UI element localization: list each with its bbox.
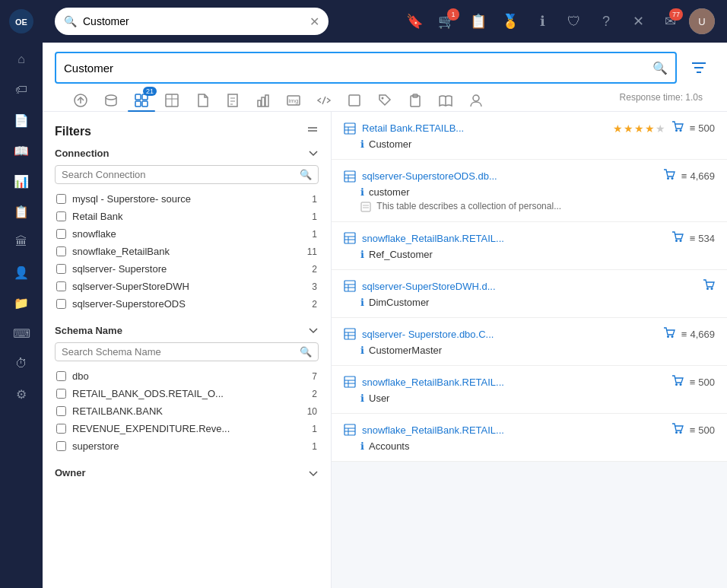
row-count-value-1: 500 bbox=[698, 122, 715, 134]
nav-settings[interactable]: ⚙ bbox=[6, 380, 37, 408]
row-count-value-2: 4,669 bbox=[690, 170, 715, 182]
result-name-7[interactable]: Accounts bbox=[369, 440, 409, 452]
svg-point-70 bbox=[675, 383, 678, 386]
result-connection-1[interactable]: Retail Bank.RETAILB... bbox=[362, 122, 607, 134]
result-name-3[interactable]: Ref_Customer bbox=[369, 249, 433, 260]
tab-image[interactable]: img bbox=[280, 90, 307, 111]
tab-barchart[interactable] bbox=[249, 90, 277, 111]
result-connection-6[interactable]: snowflake_RetailBank.RETAIL... bbox=[362, 377, 665, 388]
result-connection-4[interactable]: sqlserver-SuperStoreDWH.d... bbox=[362, 281, 697, 292]
result-name-4[interactable]: DimCustomer bbox=[369, 297, 429, 308]
tab-view-active[interactable]: 21 bbox=[128, 90, 155, 111]
main-search-input[interactable] bbox=[64, 62, 652, 75]
add-to-cart-button-4[interactable] bbox=[703, 279, 715, 294]
filters-panel: Filters Connection 🔍 bbox=[43, 112, 332, 588]
connection-checkbox-mysql[interactable] bbox=[56, 194, 66, 204]
schema-search-input[interactable] bbox=[62, 346, 300, 358]
schema-checkbox-superstore[interactable] bbox=[56, 441, 66, 451]
tab-report[interactable] bbox=[219, 90, 246, 111]
nav-tag[interactable]: 🏷 bbox=[6, 76, 37, 103]
nav-folder[interactable]: 📁 bbox=[6, 289, 37, 316]
connection-checkbox-sqlserver-superstore[interactable] bbox=[56, 264, 66, 274]
logo[interactable]: OE bbox=[6, 6, 37, 37]
nav-doc[interactable]: 📄 bbox=[6, 106, 37, 134]
tab-person[interactable] bbox=[462, 90, 490, 111]
tab-file[interactable] bbox=[189, 90, 216, 111]
tab-box[interactable] bbox=[341, 90, 368, 111]
svg-rect-54 bbox=[344, 281, 355, 291]
add-to-cart-button-2[interactable] bbox=[663, 169, 675, 183]
result-connection-3[interactable]: snowflake_RetailBank.RETAIL... bbox=[362, 233, 665, 244]
connection-search-input[interactable] bbox=[62, 169, 300, 180]
schema-checkbox-dbo[interactable] bbox=[56, 371, 66, 381]
connection-checkbox-sqlserver-superods[interactable] bbox=[56, 299, 66, 309]
close-x-icon[interactable]: ✕ bbox=[625, 8, 651, 34]
add-to-cart-button-7[interactable] bbox=[671, 423, 684, 437]
connection-section-title: Connection bbox=[55, 148, 110, 159]
result-name-6[interactable]: User bbox=[369, 393, 389, 404]
star-1-2: ★ bbox=[624, 122, 633, 135]
schema-section-header[interactable]: Schema Name bbox=[55, 325, 319, 336]
advanced-filter-button[interactable] bbox=[683, 52, 715, 84]
tab-code[interactable] bbox=[310, 90, 338, 111]
user-avatar[interactable]: U bbox=[689, 8, 715, 34]
schema-checkbox-retail-ods[interactable] bbox=[56, 389, 66, 399]
nav-building[interactable]: 🏛 bbox=[6, 228, 37, 256]
question-icon[interactable]: ? bbox=[593, 8, 619, 34]
nav-code[interactable]: ⌨ bbox=[6, 319, 37, 347]
connection-checkbox-sqlserver-superdwh[interactable] bbox=[56, 281, 66, 291]
mail-icon[interactable]: ✉ 77 bbox=[657, 8, 683, 34]
result-name-2[interactable]: customer bbox=[369, 186, 409, 198]
nav-user[interactable]: 👤 bbox=[6, 259, 37, 286]
shield-icon[interactable]: 🛡 bbox=[561, 8, 587, 34]
tab-all[interactable] bbox=[67, 90, 94, 111]
info-icon-6: ℹ bbox=[360, 393, 364, 404]
header-search-clear[interactable]: ✕ bbox=[310, 14, 319, 29]
schema-filter-retailbank-bank: RETAILBANK.BANK 10 bbox=[55, 402, 319, 420]
add-to-cart-button-1[interactable] bbox=[671, 121, 684, 135]
tab-clipboard[interactable] bbox=[402, 90, 429, 111]
result-name-5[interactable]: CustomerMaster bbox=[369, 345, 442, 356]
nav-chart[interactable]: 📊 bbox=[6, 167, 37, 195]
connection-count-retailbank: 1 bbox=[312, 211, 317, 222]
result-connection-2[interactable]: sqlserver-SuperstoreODS.db... bbox=[362, 170, 657, 182]
connection-count-snowflake: 1 bbox=[312, 229, 317, 240]
tab-database[interactable] bbox=[97, 90, 125, 111]
connection-checkbox-snowflake[interactable] bbox=[56, 229, 66, 239]
header-search-bar[interactable]: 🔍 ✕ bbox=[55, 8, 329, 35]
result-connection-5[interactable]: sqlserver- Superstore.dbo.C... bbox=[362, 329, 657, 340]
tab-tag[interactable] bbox=[371, 90, 398, 111]
nav-home[interactable]: ⌂ bbox=[6, 46, 37, 73]
add-to-cart-button-3[interactable] bbox=[671, 231, 684, 246]
schema-checkbox-retailbank-bank[interactable] bbox=[56, 406, 66, 416]
badge-icon[interactable]: 🏅 bbox=[497, 8, 523, 34]
svg-rect-20 bbox=[262, 97, 265, 106]
nav-clock[interactable]: ⏱ bbox=[6, 350, 37, 377]
clipboard-icon[interactable]: 📋 bbox=[465, 8, 491, 34]
connection-checkbox-retailbank[interactable] bbox=[56, 211, 66, 221]
add-to-cart-button-6[interactable] bbox=[671, 375, 684, 389]
left-sidebar: OE ⌂ 🏷 📄 📖 📊 📋 🏛 👤 📁 ⌨ ⏱ ⚙ bbox=[0, 0, 43, 588]
connection-filter-section: Connection 🔍 mysql - Superstore- source … bbox=[55, 148, 319, 313]
add-to-cart-button-5[interactable] bbox=[663, 327, 675, 342]
nav-list[interactable]: 📋 bbox=[6, 198, 37, 225]
result-connection-7[interactable]: snowflake_RetailBank.RETAIL... bbox=[362, 424, 665, 436]
cart-icon[interactable]: 🛒 1 bbox=[433, 8, 459, 34]
connection-checkbox-snowflake-retailbank[interactable] bbox=[56, 246, 66, 256]
row-count-value-3: 534 bbox=[698, 233, 715, 244]
result-name-1[interactable]: Customer bbox=[369, 138, 411, 150]
schema-filter-dbo: dbo 7 bbox=[55, 367, 319, 385]
connection-count-snowflake-retailbank: 11 bbox=[307, 246, 317, 257]
tab-table2[interactable] bbox=[158, 90, 186, 111]
header-search-input[interactable] bbox=[83, 15, 303, 27]
collapse-filters-button[interactable] bbox=[306, 124, 319, 138]
owner-section-header[interactable]: Owner bbox=[55, 467, 319, 478]
svg-point-8 bbox=[106, 95, 116, 100]
table-icon-6 bbox=[344, 376, 356, 388]
schema-checkbox-revenue[interactable] bbox=[56, 424, 66, 434]
main-content: 🔍 ✕ 🔖 🛒 1 📋 🏅 ℹ 🛡 ? ✕ ✉ 77 U bbox=[43, 0, 727, 588]
tab-openbook[interactable] bbox=[432, 90, 459, 111]
info-icon[interactable]: ℹ bbox=[529, 8, 555, 34]
connection-section-header[interactable]: Connection bbox=[55, 148, 319, 159]
bookmark-icon[interactable]: 🔖 bbox=[402, 8, 427, 34]
